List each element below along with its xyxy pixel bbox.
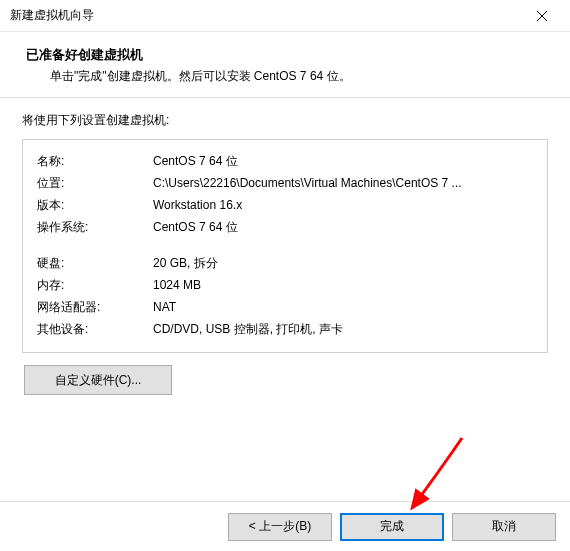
summary-row: 网络适配器:NAT: [37, 296, 533, 318]
summary-value: C:\Users\22216\Documents\Virtual Machine…: [153, 172, 533, 194]
summary-row: 名称:CentOS 7 64 位: [37, 150, 533, 172]
page-description: 单击"完成"创建虚拟机。然后可以安装 CentOS 7 64 位。: [26, 68, 544, 85]
content-title: 将使用下列设置创建虚拟机:: [22, 112, 548, 129]
summary-row: 内存:1024 MB: [37, 274, 533, 296]
summary-row: 其他设备:CD/DVD, USB 控制器, 打印机, 声卡: [37, 318, 533, 340]
page-title: 已准备好创建虚拟机: [26, 46, 544, 64]
close-button[interactable]: [522, 1, 562, 31]
summary-value: 20 GB, 拆分: [153, 252, 533, 274]
summary-label: 版本:: [37, 194, 153, 216]
titlebar: 新建虚拟机向导: [0, 0, 570, 32]
summary-label: 网络适配器:: [37, 296, 153, 318]
summary-value: NAT: [153, 296, 533, 318]
content-area: 将使用下列设置创建虚拟机: 名称:CentOS 7 64 位位置:C:\User…: [0, 98, 570, 401]
spacer: [37, 238, 533, 252]
summary-label: 位置:: [37, 172, 153, 194]
summary-label: 名称:: [37, 150, 153, 172]
cancel-button[interactable]: 取消: [452, 513, 556, 541]
summary-value: CD/DVD, USB 控制器, 打印机, 声卡: [153, 318, 533, 340]
summary-label: 操作系统:: [37, 216, 153, 238]
finish-button[interactable]: 完成: [340, 513, 444, 541]
summary-row: 位置:C:\Users\22216\Documents\Virtual Mach…: [37, 172, 533, 194]
summary-value: CentOS 7 64 位: [153, 216, 533, 238]
back-button[interactable]: < 上一步(B): [228, 513, 332, 541]
summary-label: 硬盘:: [37, 252, 153, 274]
summary-row: 硬盘:20 GB, 拆分: [37, 252, 533, 274]
summary-label: 其他设备:: [37, 318, 153, 340]
summary-row: 版本:Workstation 16.x: [37, 194, 533, 216]
summary-label: 内存:: [37, 274, 153, 296]
window-title: 新建虚拟机向导: [10, 7, 522, 24]
close-icon: [537, 11, 547, 21]
summary-value: CentOS 7 64 位: [153, 150, 533, 172]
summary-value: Workstation 16.x: [153, 194, 533, 216]
footer: < 上一步(B) 完成 取消: [0, 501, 570, 551]
summary-value: 1024 MB: [153, 274, 533, 296]
summary-row: 操作系统:CentOS 7 64 位: [37, 216, 533, 238]
wizard-header: 已准备好创建虚拟机 单击"完成"创建虚拟机。然后可以安装 CentOS 7 64…: [0, 32, 570, 97]
summary-box: 名称:CentOS 7 64 位位置:C:\Users\22216\Docume…: [22, 139, 548, 353]
customize-hardware-button[interactable]: 自定义硬件(C)...: [24, 365, 172, 395]
